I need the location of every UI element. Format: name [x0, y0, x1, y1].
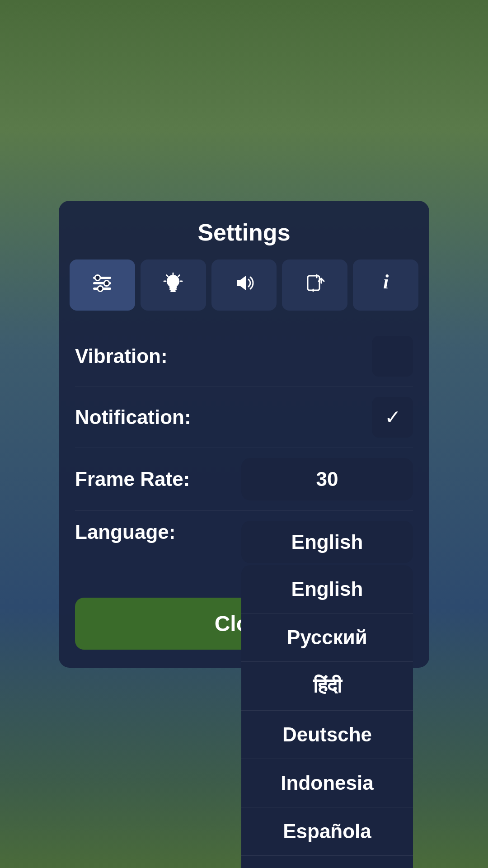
notification-row: Notification: ✓ [75, 387, 413, 448]
vibration-toggle[interactable] [372, 336, 413, 377]
language-option-russian[interactable]: Русский [241, 613, 413, 662]
svg-rect-7 [170, 290, 176, 292]
tab-sync[interactable] [282, 259, 347, 311]
svg-line-11 [167, 275, 168, 276]
tab-general[interactable] [70, 259, 135, 311]
language-row: Language: English English Русский हिंदी … [75, 511, 413, 573]
language-option-hindi[interactable]: हिंदी [241, 662, 413, 711]
info-icon: i [375, 272, 397, 298]
frame-rate-label: Frame Rate: [75, 468, 190, 491]
tab-sound[interactable] [211, 259, 277, 311]
svg-rect-13 [308, 276, 319, 290]
svg-point-4 [104, 280, 109, 286]
vibration-row: Vibration: [75, 326, 413, 387]
language-selected-button[interactable]: English [241, 521, 413, 563]
frame-rate-button[interactable]: 30 [241, 458, 413, 500]
speaker-icon [233, 272, 255, 298]
svg-line-12 [178, 275, 180, 276]
language-label: Language: [75, 521, 175, 543]
tab-display[interactable] [141, 259, 206, 311]
bulb-icon [162, 272, 184, 298]
language-option-deutsche[interactable]: Deutsche [241, 711, 413, 759]
notification-toggle[interactable]: ✓ [372, 397, 413, 438]
language-option-polskie[interactable]: Polskie [241, 856, 413, 868]
frame-rate-row: Frame Rate: 30 [75, 448, 413, 511]
language-option-english[interactable]: English [241, 565, 413, 613]
settings-modal: Settings [59, 201, 429, 668]
modal-title: Settings [59, 201, 429, 259]
sliders-icon [91, 272, 113, 298]
tab-info[interactable]: i [353, 259, 418, 311]
svg-point-3 [95, 275, 100, 280]
svg-rect-6 [169, 288, 177, 290]
notification-label: Notification: [75, 406, 191, 429]
language-option-indonesia[interactable]: Indonesia [241, 759, 413, 807]
vibration-label: Vibration: [75, 345, 168, 368]
sync-icon [304, 272, 326, 298]
svg-point-5 [98, 286, 103, 291]
tabs-row: i [59, 259, 429, 321]
language-dropdown: English Русский हिंदी Deutsche Indonesia… [241, 565, 413, 868]
checkmark-icon: ✓ [385, 406, 401, 429]
language-wrapper: English English Русский हिंदी Deutsche I… [241, 521, 413, 563]
settings-body: Vibration: Notification: ✓ Frame Rate: 3… [59, 321, 429, 587]
language-option-espanola[interactable]: Española [241, 807, 413, 856]
svg-text:i: i [383, 272, 389, 293]
